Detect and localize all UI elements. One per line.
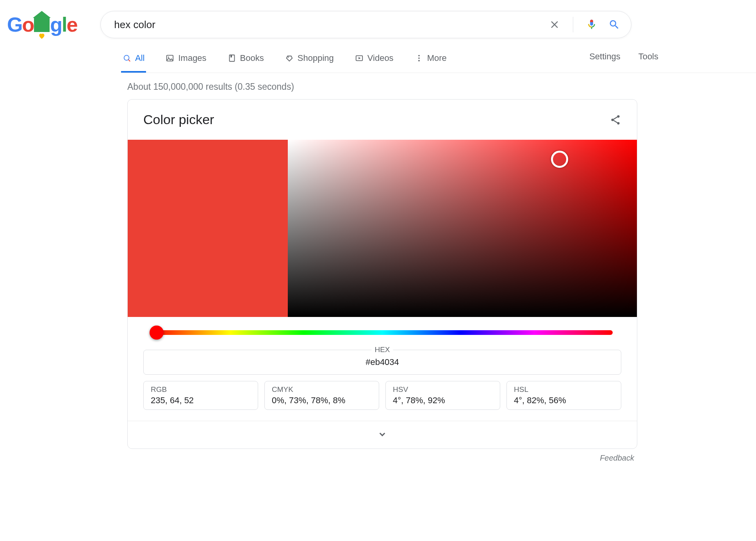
tab-videos-label: Videos — [367, 53, 394, 63]
search-icon[interactable] — [608, 19, 620, 30]
tab-videos[interactable]: Videos — [353, 48, 395, 73]
color-picker-card: Color picker HEX #eb4034 RGB 235, 64, 52 — [127, 99, 637, 449]
search-bar[interactable] — [100, 11, 631, 38]
format-cmyk-label: CMYK — [272, 385, 372, 395]
svg-point-6 — [288, 57, 289, 58]
format-rgb[interactable]: RGB 235, 64, 52 — [143, 381, 258, 410]
voice-search-icon[interactable] — [586, 19, 597, 30]
tab-more[interactable]: More — [413, 48, 448, 73]
format-hsl-label: HSL — [514, 385, 614, 395]
search-divider — [573, 17, 573, 32]
format-hsl[interactable]: HSL 4°, 82%, 56% — [506, 381, 621, 410]
google-doodle-icon — [33, 14, 51, 32]
format-cmyk[interactable]: CMYK 0%, 73%, 78%, 8% — [264, 381, 379, 410]
tools-link[interactable]: Tools — [638, 52, 658, 62]
clear-icon[interactable] — [549, 19, 560, 30]
svg-point-9 — [418, 57, 420, 59]
settings-link[interactable]: Settings — [589, 52, 620, 62]
format-hsl-value: 4°, 82%, 56% — [514, 395, 614, 406]
hue-thumb[interactable] — [150, 326, 164, 340]
tab-all[interactable]: All — [121, 48, 146, 73]
svg-rect-5 — [230, 55, 232, 57]
tab-images[interactable]: Images — [164, 48, 208, 73]
tab-all-label: All — [135, 53, 144, 63]
feedback-link[interactable]: Feedback — [127, 449, 637, 478]
svg-point-0 — [124, 55, 129, 61]
color-swatch — [128, 140, 288, 317]
svg-point-10 — [418, 60, 420, 62]
format-hsv-label: HSV — [393, 385, 493, 395]
tab-shopping-label: Shopping — [298, 53, 334, 63]
result-stats: About 150,000,000 results (0.35 seconds) — [127, 73, 756, 99]
hue-slider[interactable] — [152, 330, 613, 335]
google-logo[interactable]: Go gle — [7, 13, 77, 36]
saturation-value-panel[interactable] — [288, 140, 637, 317]
format-rgb-value: 235, 64, 52 — [151, 395, 251, 406]
tab-more-label: More — [427, 53, 447, 63]
format-rgb-label: RGB — [151, 385, 251, 395]
expand-button[interactable] — [128, 421, 637, 448]
chevron-down-icon — [376, 434, 388, 441]
format-hsv-value: 4°, 78%, 92% — [393, 395, 493, 406]
svg-line-1 — [128, 60, 130, 62]
format-cmyk-value: 0%, 73%, 78%, 8% — [272, 395, 372, 406]
sv-cursor[interactable] — [551, 151, 568, 168]
tab-books[interactable]: Books — [226, 48, 266, 73]
tab-images-label: Images — [178, 53, 206, 63]
search-input[interactable] — [113, 18, 549, 31]
tab-shopping[interactable]: Shopping — [284, 48, 335, 73]
tab-books-label: Books — [240, 53, 264, 63]
share-icon[interactable] — [610, 114, 621, 126]
svg-point-3 — [168, 57, 169, 58]
card-title: Color picker — [143, 112, 214, 127]
svg-point-8 — [418, 55, 420, 57]
hex-label: HEX — [371, 345, 393, 354]
format-hsv[interactable]: HSV 4°, 78%, 92% — [385, 381, 500, 410]
